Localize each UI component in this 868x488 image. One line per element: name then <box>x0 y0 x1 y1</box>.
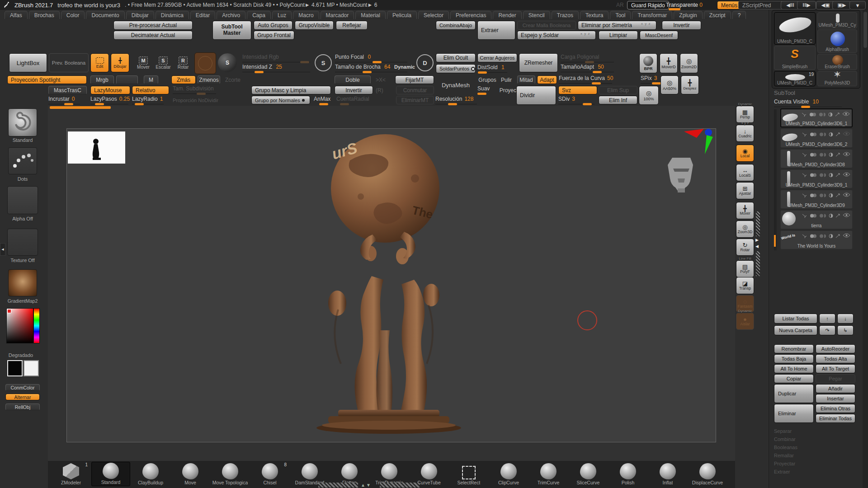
pair-visibility-icon[interactable] <box>810 193 817 197</box>
contrast-icon[interactable] <box>829 153 833 157</box>
palette-item-alphabrush[interactable]: AlphaBrush <box>817 29 857 53</box>
half-shade-icon[interactable] <box>819 193 826 197</box>
polish-toggle[interactable]: Pulir <box>498 75 515 84</box>
panel-scrollbar-thumb[interactable] <box>863 12 867 48</box>
lightbox-button[interactable]: LightBox <box>9 53 47 72</box>
incrustar-slider[interactable]: Incrustar0 <box>48 96 80 103</box>
main-color-swatch[interactable] <box>7 360 23 376</box>
menu-item[interactable]: Dibujar <box>126 11 154 19</box>
eye-icon[interactable] <box>842 111 850 117</box>
subtool-down-button[interactable]: ↓ <box>837 314 854 324</box>
strip-button[interactable]: ↔ LocalS <box>736 164 754 181</box>
subtool-row[interactable]: UMesh_PM3D_Cylinder3D8 <box>780 149 853 168</box>
eye-icon[interactable] <box>843 151 850 158</box>
menu-item[interactable]: Transformar <box>632 11 672 19</box>
copy-button[interactable]: Copiar <box>774 374 814 383</box>
menu-item[interactable]: Preferencias <box>450 11 491 19</box>
quick-save-button[interactable]: Guard Rápido <box>627 1 669 9</box>
panel-divider-grip-top[interactable] <box>756 211 760 236</box>
texture-thumb[interactable] <box>7 229 38 256</box>
bpr-render-button[interactable]: BPR <box>639 53 657 73</box>
edit-mode-button[interactable]: Edit <box>90 53 109 72</box>
eye-icon[interactable] <box>843 172 850 178</box>
append-button[interactable]: Añadir <box>816 384 855 393</box>
minimize-button[interactable]: ▼ <box>849 1 866 9</box>
fill-object-button[interactable]: RellObj <box>5 404 40 410</box>
pair-visibility-icon[interactable] <box>810 214 817 218</box>
all-to-home-button[interactable]: All To Home <box>774 364 814 373</box>
transparent-knob[interactable] <box>669 8 680 10</box>
pair-visibility-icon[interactable] <box>810 234 817 238</box>
brush-shelf-item[interactable]: SliceCurve <box>569 462 608 486</box>
conmutar-button[interactable]: Conmutar <box>396 86 434 94</box>
menu-item[interactable]: Macro <box>293 11 319 19</box>
combine-down-button[interactable]: CombinaAbajo <box>436 21 476 30</box>
subtool-scrollbar[interactable] <box>774 109 777 250</box>
dynamesh-button[interactable]: DynaMesh <box>435 75 476 94</box>
strip-button[interactable]: ◪ Transp <box>736 277 754 294</box>
contrast-icon[interactable] <box>829 193 833 197</box>
material-thumb[interactable] <box>8 269 37 296</box>
sculptris-pro-button[interactable]: S <box>218 53 237 72</box>
half-button[interactable]: Mitad <box>517 75 535 84</box>
mirror-button[interactable]: Reflejar <box>336 21 368 30</box>
strip-button[interactable]: ⊞ Ajustar <box>736 182 754 199</box>
switch-color-button[interactable]: ConmColor <box>5 384 40 391</box>
brush-shelf-item[interactable]: 8 Chisel <box>250 462 289 486</box>
del-higher-button[interactable]: Elim Sup <box>599 86 637 94</box>
delete-button[interactable]: Eliminar <box>774 404 814 423</box>
rgb-button[interactable] <box>116 75 138 84</box>
brush-shelf-item[interactable]: Standard <box>91 462 130 486</box>
zcut-button[interactable]: Zcorte <box>225 75 245 84</box>
move-into-folder-button[interactable]: ↳ <box>837 325 854 335</box>
strip-button[interactable]: ◉ Local <box>736 145 754 162</box>
menu-item[interactable]: Marcador <box>321 11 354 19</box>
unpack-button[interactable]: ╋ Despiez <box>681 75 699 94</box>
half-shade-icon[interactable] <box>819 132 826 136</box>
menu-item[interactable]: Stencil <box>523 11 550 19</box>
delete-hidden-button[interactable]: Elim Ocult <box>436 53 476 62</box>
divider-scrub-right-icon[interactable]: ‖‖▶ <box>797 1 816 9</box>
divide-button[interactable]: Dividir <box>516 86 556 105</box>
brush-shelf-item[interactable]: SelectRect <box>449 462 488 486</box>
paint-brush-icon[interactable] <box>835 153 840 157</box>
paint-brush-icon[interactable] <box>835 173 840 177</box>
stroke-thumb[interactable] <box>8 147 37 174</box>
shelf-scroll-grip-left[interactable] <box>318 483 358 488</box>
menu-item[interactable]: Textura <box>580 11 609 19</box>
paint-brush-icon[interactable] <box>835 234 840 238</box>
lazypasos-slider[interactable]: LazyPasos0.25 <box>90 96 128 103</box>
brush-shelf-item[interactable]: Move <box>171 462 210 486</box>
brush-shelf-item[interactable]: Polish <box>609 462 647 486</box>
half-shade-icon[interactable] <box>819 214 826 218</box>
scale-mode-button[interactable]: S Escalar <box>153 53 173 72</box>
panel-divider-grip-bottom[interactable] <box>756 251 760 276</box>
group-by-normals-button[interactable]: Grupo por Normales <box>251 96 310 104</box>
z-intensity-slider[interactable]: Intensidad Z 25 <box>242 64 310 71</box>
paint-brush-icon[interactable] <box>835 113 840 117</box>
document-area[interactable]: urS The <box>66 128 716 442</box>
palette-item-umesh-cy[interactable]: UMesh_PM3D_Cy <box>817 12 857 28</box>
group-mask-clear-button[interactable]: Grupo Masc y Limpia <box>251 86 331 94</box>
eye-icon[interactable] <box>843 192 850 198</box>
reference-image-thumb[interactable] <box>68 131 125 164</box>
eye-icon[interactable] <box>843 131 850 137</box>
zscript-preset-button[interactable]: ZScriptPred <box>738 1 787 9</box>
duplicate-button[interactable]: Duplicar <box>774 384 814 403</box>
strip-button[interactable]: Dynamic ▦ Persp <box>736 106 754 123</box>
group-visible-button[interactable]: GrupoVisible <box>295 21 334 30</box>
brush-shelf-item[interactable]: DisplaceCurve <box>688 462 727 486</box>
invert-c-button[interactable]: Invertir <box>335 86 373 94</box>
spix-slider[interactable]: SPix3 <box>641 75 663 82</box>
dock-right-icon[interactable]: ▣▶ <box>832 1 851 9</box>
relativo-button[interactable]: Relativo <box>132 86 169 94</box>
prev-booleana-button[interactable]: Prev. Booleana <box>49 53 89 72</box>
pair-visibility-icon[interactable] <box>810 153 817 157</box>
half-shade-icon[interactable] <box>819 234 826 238</box>
subdiv-size-slider[interactable]: Tam. Subdivisión <box>173 85 216 93</box>
strip-button[interactable]: x y z ↓ Cuadric <box>736 125 754 142</box>
left-divider-arrow[interactable]: ◀ <box>0 243 5 256</box>
menu-item[interactable]: Pelicula <box>387 11 417 19</box>
half-shade-icon[interactable] <box>819 113 826 117</box>
menu-item[interactable]: Zplugin <box>674 11 702 19</box>
